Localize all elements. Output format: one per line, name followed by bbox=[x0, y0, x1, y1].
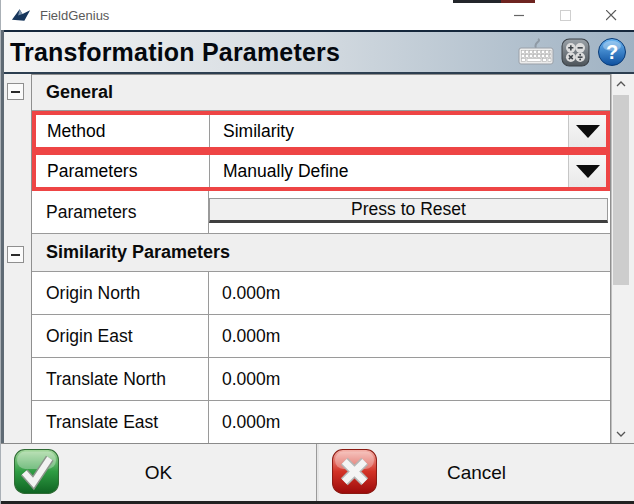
parameters-reset-label: Parameters bbox=[32, 191, 209, 233]
minimize-button[interactable] bbox=[496, 0, 542, 30]
origin-north-field[interactable]: 0.000m bbox=[209, 272, 610, 314]
method-dropdown[interactable]: Similarity bbox=[210, 115, 606, 147]
origin-east-row: Origin East 0.000m bbox=[32, 315, 610, 358]
cancel-button[interactable]: Cancel bbox=[319, 444, 634, 501]
parameters-value: Manually Define bbox=[223, 161, 348, 182]
collapse-gutter bbox=[1, 74, 31, 443]
translate-north-field[interactable]: 0.000m bbox=[209, 358, 610, 400]
section-label: Similarity Parameters bbox=[46, 242, 230, 263]
method-label: Method bbox=[36, 115, 210, 147]
section-label: General bbox=[46, 82, 113, 103]
minus-icon bbox=[11, 254, 20, 256]
section-header-similarity: Similarity Parameters bbox=[32, 234, 610, 272]
transformation-parameters-dialog: FieldGenius Transformation Parameters bbox=[0, 0, 634, 504]
green-checkmark-icon bbox=[13, 448, 60, 499]
header-toolbar: ? bbox=[518, 37, 627, 67]
dropdown-arrow-button bbox=[568, 115, 606, 147]
origin-north-label: Origin North bbox=[32, 272, 209, 314]
red-x-icon bbox=[331, 448, 378, 499]
calculator-icon[interactable] bbox=[561, 38, 590, 67]
translate-east-row: Translate East 0.000m bbox=[32, 401, 610, 443]
scrollbar-thumb[interactable] bbox=[613, 95, 629, 285]
scroll-down-button[interactable] bbox=[612, 424, 630, 443]
cancel-label: Cancel bbox=[447, 462, 506, 484]
svg-text:?: ? bbox=[606, 41, 618, 63]
titlebar: FieldGenius bbox=[1, 0, 634, 30]
property-grid: General Method Similarity Parameters Man… bbox=[1, 74, 634, 443]
page-title: Transformation Parameters bbox=[10, 38, 340, 67]
vertical-scrollbar[interactable] bbox=[611, 74, 630, 443]
origin-north-row: Origin North 0.000m bbox=[32, 272, 610, 315]
dropdown-arrow-button bbox=[568, 155, 606, 187]
parameters-dropdown[interactable]: Manually Define bbox=[210, 155, 606, 187]
reset-cell: Press to Reset bbox=[209, 191, 610, 233]
collapse-toggle-general[interactable] bbox=[7, 83, 24, 100]
maximize-button[interactable] bbox=[542, 0, 588, 30]
highlight-box-method: Method Similarity bbox=[32, 111, 610, 151]
chevron-down-icon bbox=[576, 125, 600, 138]
help-icon[interactable]: ? bbox=[597, 37, 627, 67]
ok-button[interactable]: OK bbox=[1, 444, 316, 501]
dialog-footer: OK Cancel bbox=[1, 443, 634, 504]
translate-east-field[interactable]: 0.000m bbox=[209, 401, 610, 443]
translate-east-label: Translate East bbox=[32, 401, 209, 443]
translate-north-label: Translate North bbox=[32, 358, 209, 400]
chevron-down-icon bbox=[576, 165, 600, 178]
window-controls bbox=[496, 0, 634, 30]
keyboard-icon[interactable] bbox=[518, 38, 554, 66]
minus-icon bbox=[11, 91, 20, 93]
origin-east-label: Origin East bbox=[32, 315, 209, 357]
parameters-label: Parameters bbox=[36, 155, 210, 187]
method-value: Similarity bbox=[223, 121, 294, 142]
fieldgenius-logo-icon bbox=[11, 6, 32, 24]
ok-label: OK bbox=[145, 462, 172, 484]
close-button[interactable] bbox=[588, 0, 634, 30]
background-artifact bbox=[453, 0, 501, 3]
parameters-table: General Method Similarity Parameters Man… bbox=[31, 74, 611, 443]
dialog-header: Transformation Parameters bbox=[1, 30, 634, 74]
translate-north-row: Translate North 0.000m bbox=[32, 358, 610, 401]
scroll-up-button[interactable] bbox=[612, 74, 630, 93]
background-artifact bbox=[1, 30, 4, 443]
section-header-general: General bbox=[32, 75, 610, 111]
collapse-toggle-similarity[interactable] bbox=[7, 246, 24, 263]
highlight-box-parameters: Parameters Manually Define bbox=[32, 151, 610, 191]
parameters-reset-row: Parameters Press to Reset bbox=[32, 191, 610, 234]
background-artifact bbox=[501, 0, 535, 3]
origin-east-field[interactable]: 0.000m bbox=[209, 315, 610, 357]
press-to-reset-button[interactable]: Press to Reset bbox=[209, 198, 608, 223]
window-title: FieldGenius bbox=[40, 8, 109, 23]
